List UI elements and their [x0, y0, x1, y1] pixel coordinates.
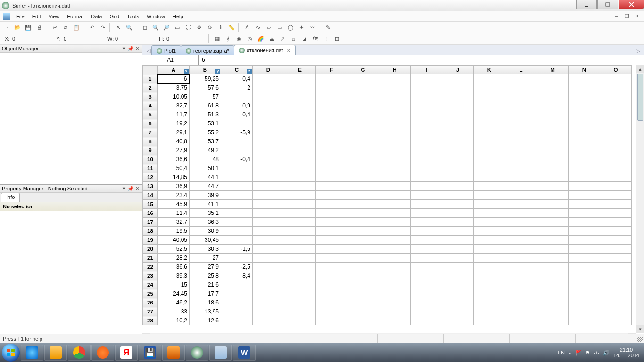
scroll-up-icon[interactable]: ▴ — [636, 65, 644, 73]
cell[interactable]: 40,8 — [158, 137, 190, 146]
tray-flag-icon[interactable]: 🚩 — [575, 350, 582, 356]
cell[interactable] — [411, 119, 442, 128]
cell[interactable] — [221, 254, 253, 263]
taskbar-app1[interactable] — [162, 345, 185, 361]
cell[interactable] — [221, 164, 253, 173]
cell[interactable] — [411, 83, 442, 92]
cell[interactable] — [474, 227, 505, 236]
cell[interactable] — [347, 119, 379, 128]
vector-map-icon[interactable]: ↗ — [278, 34, 287, 43]
cell[interactable] — [347, 128, 379, 137]
cell[interactable] — [442, 254, 474, 263]
window-close-button[interactable] — [619, 0, 644, 9]
cell[interactable]: 13,95 — [190, 307, 221, 316]
cell[interactable] — [316, 218, 347, 227]
cell[interactable] — [474, 218, 505, 227]
cell[interactable] — [537, 254, 569, 263]
cell[interactable] — [505, 307, 537, 316]
cell[interactable] — [600, 92, 632, 101]
tray-up-icon[interactable]: ▴ — [569, 350, 571, 356]
cell[interactable] — [505, 155, 537, 164]
cell[interactable] — [316, 316, 347, 325]
col-header[interactable]: Ax — [158, 66, 190, 74]
cell[interactable] — [474, 74, 505, 83]
cell[interactable] — [411, 289, 442, 298]
cell[interactable]: 36,6 — [158, 263, 190, 272]
panel-dropdown-icon[interactable]: ▼ — [121, 186, 127, 191]
image-map-icon[interactable]: 🌈 — [256, 34, 265, 43]
cell[interactable] — [442, 263, 474, 272]
cell[interactable]: 30,3 — [190, 245, 221, 254]
cell[interactable]: 12,6 — [190, 316, 221, 325]
cell[interactable] — [411, 227, 442, 236]
cell[interactable] — [442, 173, 474, 182]
cell[interactable] — [442, 280, 474, 289]
cell[interactable] — [474, 209, 505, 218]
tab-scroll-left-icon[interactable]: ◁ — [145, 47, 152, 55]
panel-close-icon[interactable]: ✕ — [134, 186, 140, 191]
cell[interactable] — [347, 146, 379, 155]
cell[interactable] — [284, 92, 316, 101]
cell[interactable] — [505, 289, 537, 298]
cell[interactable] — [411, 92, 442, 101]
cell[interactable] — [569, 298, 600, 307]
cell[interactable] — [537, 307, 569, 316]
select-tool-icon[interactable]: ◻ — [140, 23, 149, 32]
cell[interactable]: 21,6 — [190, 280, 221, 289]
grid-variogram-icon[interactable]: ◉ — [234, 34, 244, 43]
tab-scroll-right-icon[interactable]: ▷ — [635, 47, 641, 55]
cell[interactable] — [347, 200, 379, 209]
cell[interactable] — [221, 316, 253, 325]
cell[interactable] — [253, 164, 284, 173]
cell[interactable] — [505, 280, 537, 289]
identify-icon[interactable]: ℹ — [216, 23, 225, 32]
undo-icon[interactable]: ↶ — [87, 23, 97, 32]
tray-volume-icon[interactable]: 🔊 — [603, 350, 610, 356]
cell[interactable] — [379, 164, 411, 173]
cell[interactable] — [411, 128, 442, 137]
menu-grid[interactable]: Grid — [106, 13, 123, 20]
cell[interactable] — [379, 191, 411, 200]
cell[interactable] — [253, 191, 284, 200]
cell[interactable] — [253, 83, 284, 92]
cell[interactable]: 24,45 — [158, 289, 190, 298]
cell[interactable]: 57,6 — [190, 83, 221, 92]
cell[interactable] — [347, 110, 379, 119]
window-minimize-button[interactable] — [576, 0, 597, 9]
cell[interactable] — [221, 227, 253, 236]
cell[interactable] — [442, 298, 474, 307]
cell[interactable]: 50,1 — [190, 164, 221, 173]
cell[interactable] — [537, 191, 569, 200]
cell[interactable] — [347, 191, 379, 200]
cell[interactable] — [379, 137, 411, 146]
cell[interactable] — [569, 119, 600, 128]
cell[interactable] — [411, 263, 442, 272]
cell[interactable] — [316, 236, 347, 245]
cell[interactable] — [474, 280, 505, 289]
cell[interactable] — [347, 289, 379, 298]
cell[interactable] — [347, 137, 379, 146]
cell[interactable] — [442, 182, 474, 191]
cell[interactable] — [600, 119, 632, 128]
cell[interactable] — [379, 245, 411, 254]
cell[interactable] — [537, 173, 569, 182]
row-header[interactable]: 1 — [143, 74, 158, 83]
cell[interactable] — [347, 83, 379, 92]
row-header[interactable]: 17 — [143, 218, 158, 227]
cell[interactable] — [569, 137, 600, 146]
cell[interactable] — [600, 218, 632, 227]
cell[interactable] — [600, 209, 632, 218]
fit-page-icon[interactable]: ⛶ — [183, 23, 193, 32]
cell[interactable] — [569, 227, 600, 236]
cell[interactable] — [442, 236, 474, 245]
cell[interactable]: 14,85 — [158, 173, 190, 182]
surface-icon[interactable]: ◢ — [299, 34, 309, 43]
cell[interactable] — [474, 101, 505, 110]
cell[interactable] — [505, 128, 537, 137]
cell[interactable] — [253, 137, 284, 146]
cell[interactable]: 10,05 — [158, 92, 190, 101]
cell[interactable] — [505, 200, 537, 209]
cell[interactable]: 36,6 — [158, 155, 190, 164]
active-cell-address[interactable]: A1 — [142, 55, 199, 65]
cell[interactable]: 55,2 — [190, 128, 221, 137]
